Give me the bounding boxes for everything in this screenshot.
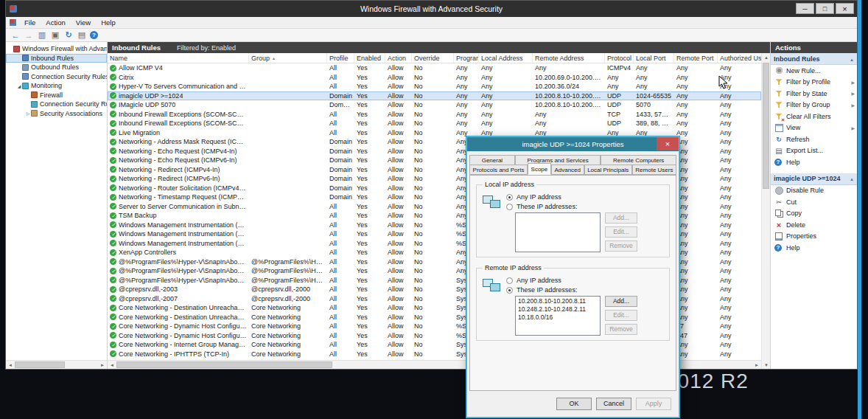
remote-add-button[interactable]: Add... [605, 296, 637, 307]
action-item[interactable]: Filter by Group ▶ [771, 100, 857, 111]
action-item[interactable]: Help ▶ [771, 156, 857, 168]
column-header[interactable]: Program [454, 53, 479, 63]
menu-item[interactable]: View [71, 17, 96, 28]
table-row[interactable]: Citrix All Yes Allow No Any Any 10.200.6… [108, 73, 761, 83]
remote-ip-listbox[interactable]: 10.200.8.10-10.200.8.1110.248.2.10-10.24… [515, 296, 601, 336]
action-item[interactable]: Delete ▶ [771, 219, 857, 231]
menu-item[interactable]: Help [96, 17, 121, 28]
table-row[interactable]: Inbound Firewall Exceptions (SCOM-SCCM-S… [108, 119, 761, 128]
dialog-tab[interactable]: General [469, 155, 515, 165]
window-titlebar[interactable]: Windows Firewall with Advanced Security [6, 1, 857, 17]
local-any-ip-radio[interactable]: Any IP address [506, 193, 665, 201]
actions-section-header-inbound-rules[interactable]: Inbound Rules [771, 53, 857, 65]
column-header[interactable]: Profile [327, 53, 354, 63]
column-header[interactable]: Remote Port [674, 53, 718, 63]
tree-item[interactable]: Windows Firewall with Advanc [6, 44, 107, 54]
dialog-tab[interactable]: Remote Users [632, 165, 676, 175]
tree-item[interactable]: ▷ Security Associations [6, 109, 107, 119]
local-edit-button[interactable]: Edit... [605, 226, 637, 238]
dialog-tab[interactable]: Local Principals [584, 165, 632, 175]
tree-item[interactable]: Firewall [6, 91, 107, 100]
list-header-bar: Inbound Rules Filtered by: Enabled [108, 42, 770, 53]
refresh-icon[interactable] [63, 30, 74, 41]
column-header[interactable]: Group [249, 53, 327, 63]
properties-icon[interactable] [50, 30, 60, 41]
table-row[interactable]: Inbound Firewall Exceptions (SCOM-SCCM-S… [108, 110, 761, 120]
table-row[interactable]: Allow ICMP V4 All Yes Allow No Any Any A… [108, 63, 761, 73]
actions-section-header-selected-rule[interactable]: imagicle UDP >=1024 [771, 173, 857, 185]
column-header[interactable]: Name [108, 53, 249, 63]
scroll-left-icon[interactable]: ◄ [108, 361, 116, 369]
ip-address-entry[interactable]: 10.18.0.0/16 [518, 314, 598, 322]
column-header[interactable]: Local Address [479, 53, 533, 63]
tree-horizontal-scrollbar[interactable]: ◄ ► [6, 360, 107, 369]
column-header[interactable]: Override [412, 53, 454, 63]
column-header[interactable]: Authorized User [718, 53, 761, 63]
action-item[interactable]: View ▶ [771, 122, 857, 134]
dialog-titlebar[interactable]: imagicle UDP >=1024 Properties [467, 137, 679, 151]
close-button[interactable] [836, 3, 854, 14]
column-header[interactable]: Enabled [354, 53, 385, 63]
dialog-tab[interactable]: Scope [528, 163, 551, 175]
action-item[interactable]: Disable Rule ▶ [771, 185, 857, 197]
column-header[interactable]: Remote Address [533, 53, 605, 63]
remote-any-ip-radio[interactable]: Any IP address [506, 277, 665, 284]
ip-address-entry[interactable]: 10.248.2.10-10.248.2.11 [518, 305, 598, 314]
column-header[interactable]: Action [385, 53, 412, 63]
local-these-ip-radio[interactable]: These IP addresses: [506, 203, 665, 210]
tree-expand-icon[interactable]: ▷ [25, 111, 31, 116]
action-item[interactable]: Properties ▶ [771, 231, 857, 243]
action-item[interactable]: Clear All Filters ▶ [771, 111, 857, 122]
local-remove-button[interactable]: Remove [605, 240, 637, 252]
action-item[interactable]: Refresh ▶ [771, 134, 857, 145]
apply-button[interactable]: Apply [636, 398, 671, 410]
dialog-close-button[interactable] [657, 137, 679, 150]
list-vertical-scrollbar[interactable]: ▲ ▼ [761, 53, 770, 369]
table-row[interactable]: imagicle UDP >=1024 Domain Yes Allow No … [108, 91, 761, 101]
export-list-icon[interactable] [77, 30, 87, 41]
tree-expand-icon[interactable]: ◢ [16, 83, 22, 89]
scroll-right-icon[interactable]: ► [98, 361, 107, 369]
tree-item[interactable]: Connection Security Rul [6, 100, 107, 109]
column-header[interactable]: Protocol [605, 53, 634, 63]
scroll-left-icon[interactable]: ◄ [6, 361, 15, 369]
tree-item[interactable]: Connection Security Rules [6, 72, 107, 82]
dialog-tab[interactable]: Protocols and Ports [469, 165, 528, 175]
local-ip-listbox[interactable] [515, 212, 601, 252]
remote-these-ip-radio[interactable]: These IP addresses: [506, 286, 665, 294]
minimize-button[interactable] [796, 3, 814, 14]
forward-icon[interactable] [24, 30, 34, 41]
action-item[interactable]: Help ▶ [771, 242, 857, 254]
table-row[interactable]: Hyper-V To Servers Communication and Mon… [108, 82, 761, 91]
action-item[interactable]: Filter by State ▶ [771, 88, 857, 100]
tree-item[interactable]: ◢ Monitoring [6, 81, 107, 91]
menu-item[interactable]: File [19, 17, 41, 28]
action-item[interactable]: Copy ▶ [771, 208, 857, 220]
refresh-icon [774, 135, 783, 144]
action-item[interactable]: Export List... ▶ [771, 145, 857, 157]
tree-item[interactable]: Inbound Rules [6, 54, 107, 63]
remote-edit-button[interactable]: Edit... [605, 310, 637, 321]
dialog-tab-row-back: General Programs and Services Remote Com… [469, 155, 676, 165]
ip-address-entry[interactable]: 10.200.8.10-10.200.8.11 [518, 297, 598, 305]
table-row[interactable]: IMagicle UDP 5070 Domai... Yes Allow No … [108, 100, 761, 110]
dialog-tab[interactable]: Advanced [551, 165, 584, 175]
column-header[interactable]: Local Port [634, 53, 674, 63]
menu-item[interactable]: Action [41, 17, 70, 28]
cancel-button[interactable]: Cancel [596, 398, 631, 410]
local-add-button[interactable]: Add... [605, 212, 637, 224]
scroll-right-icon[interactable]: ► [752, 361, 761, 369]
maximize-button[interactable] [816, 3, 834, 14]
action-item[interactable]: Cut ▶ [771, 196, 857, 208]
help-icon[interactable] [90, 31, 98, 39]
collapse-arrow-icon[interactable] [850, 55, 854, 63]
ok-button[interactable]: OK [556, 398, 592, 410]
back-icon[interactable] [10, 30, 21, 41]
action-item[interactable]: Filter by Profile ▶ [771, 77, 857, 89]
action-item[interactable]: New Rule... ▶ [771, 65, 857, 77]
dialog-tab[interactable]: Remote Computers [601, 155, 676, 165]
show-console-tree-icon[interactable] [37, 30, 47, 41]
collapse-arrow-icon[interactable] [850, 175, 854, 182]
remote-remove-button[interactable]: Remove [605, 324, 637, 335]
tree-item[interactable]: Outbound Rules [6, 63, 107, 72]
